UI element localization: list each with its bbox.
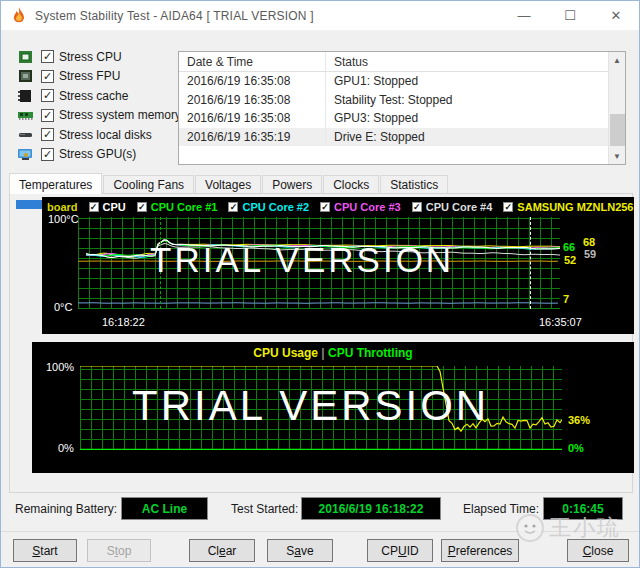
legend-core4-label: CPU Core #4 (426, 201, 493, 213)
log-cell-status: GPU1: Stopped (326, 72, 608, 91)
log-row[interactable]: 2016/6/19 16:35:08 Stability Test: Stopp… (179, 91, 608, 110)
stress-memory-label: Stress system memory (59, 108, 181, 122)
usage-axis-min: 0% (58, 442, 74, 454)
memory-icon (17, 108, 34, 122)
maximize-button[interactable]: ☐ (547, 1, 593, 30)
scroll-down-icon[interactable]: ▼ (609, 148, 625, 164)
temp-end-value-59: 59 (584, 248, 596, 260)
stress-option-disks[interactable]: ✓ Stress local disks (17, 125, 175, 145)
legend-ssd-checkbox[interactable]: ✓ (503, 202, 513, 212)
stress-memory-checkbox[interactable]: ✓ (41, 109, 54, 122)
temp-axis-max: 100°C (48, 213, 79, 225)
footer-divider (1, 531, 639, 532)
stress-option-memory[interactable]: ✓ Stress system memory (17, 106, 175, 126)
cpu-throttling-label: CPU Throttling (328, 346, 413, 360)
stress-cache-checkbox[interactable]: ✓ (41, 89, 54, 102)
log-row[interactable]: 2016/6/19 16:35:19 Drive E: Stopped (179, 128, 608, 147)
stress-disks-checkbox[interactable]: ✓ (41, 128, 54, 141)
save-button[interactable]: Save (267, 539, 333, 562)
log-col-status[interactable]: Status (326, 52, 608, 71)
preferences-button[interactable]: Preferences (441, 539, 519, 562)
legend-core3-checkbox[interactable]: ✓ (320, 202, 330, 212)
window-title: System Stability Test - AIDA64 [ TRIAL V… (35, 9, 314, 23)
log-row[interactable]: 2016/6/19 16:35:08 GPU3: Stopped (179, 109, 608, 128)
start-button[interactable]: Start (13, 539, 77, 562)
legend-cpu-checkbox[interactable]: ✓ (89, 202, 99, 212)
throttle-end-value: 0% (568, 442, 584, 454)
temp-axis-min: 0°C (54, 301, 72, 313)
temp-end-value-7: 7 (563, 293, 569, 305)
log-cell-status: Stability Test: Stopped (326, 91, 608, 110)
log-col-datetime[interactable]: Date & Time (179, 52, 326, 71)
fpu-icon (17, 69, 34, 83)
log-header-row: Date & Time Status (179, 52, 608, 72)
stress-cpu-checkbox[interactable]: ✓ (41, 50, 54, 63)
battery-label: Remaining Battery: (15, 502, 117, 516)
log-scrollbar[interactable]: ▲ ▼ (608, 52, 625, 164)
gpu-icon (17, 147, 34, 161)
stress-cpu-label: Stress CPU (59, 50, 122, 64)
temperatures-tab-page: board ✓CPU ✓CPU Core #1 ✓CPU Core #2 ✓CP… (9, 193, 633, 493)
stress-options-panel: ✓ Stress CPU ✓ Stress FPU ✓ Stress cache… (17, 47, 175, 164)
title-bar: System Stability Test - AIDA64 [ TRIAL V… (1, 1, 639, 30)
close-window-button[interactable]: ✕ (593, 1, 639, 30)
cpuid-button[interactable]: CPUID (367, 539, 433, 562)
test-started-display: 2016/6/19 16:18:22 (301, 497, 441, 520)
cpu-usage-label: CPU Usage (253, 346, 318, 360)
log-scrollbar-thumb[interactable] (610, 114, 625, 146)
clear-button[interactable]: Clear (189, 539, 255, 562)
cpu-usage-graph: CPU Usage | CPU Throttling 100% 0% TRIAL… (32, 342, 634, 473)
log-row[interactable]: 2016/6/19 16:35:08 GPU1: Stopped (179, 72, 608, 91)
stress-option-cpu[interactable]: ✓ Stress CPU (17, 47, 175, 67)
stress-gpu-label: Stress GPU(s) (59, 147, 136, 161)
log-cell-status: Drive E: Stopped (326, 128, 608, 147)
cache-icon (17, 89, 34, 103)
test-started-label: Test Started: (231, 502, 298, 516)
legend-core2-label: CPU Core #2 (242, 201, 309, 213)
log-cell-datetime: 2016/6/19 16:35:08 (179, 109, 326, 128)
usage-graph-title: CPU Usage | CPU Throttling (32, 346, 634, 360)
legend-motherboard-label: board (47, 201, 78, 213)
tab-statistics[interactable]: Statistics (380, 175, 448, 194)
temp-end-value-52: 52 (564, 254, 576, 266)
legend-scrollbar-thumb[interactable] (16, 200, 42, 209)
event-log-table: Date & Time Status 2016/6/19 16:35:08 GP… (178, 51, 626, 165)
log-cell-datetime: 2016/6/19 16:35:08 (179, 91, 326, 110)
disk-icon (17, 128, 34, 142)
log-cell-datetime: 2016/6/19 16:35:19 (179, 128, 326, 147)
temp-time-end: 16:35:07 (539, 316, 582, 328)
usage-end-value: 36% (568, 414, 590, 426)
aida64-stability-window: System Stability Test - AIDA64 [ TRIAL V… (0, 0, 640, 568)
legend-core2-checkbox[interactable]: ✓ (228, 202, 238, 212)
stress-fpu-checkbox[interactable]: ✓ (41, 70, 54, 83)
stress-gpu-checkbox[interactable]: ✓ (41, 148, 54, 161)
temperature-graph: board ✓CPU ✓CPU Core #1 ✓CPU Core #2 ✓CP… (42, 197, 634, 334)
temp-end-value-66: 66 (563, 241, 575, 253)
elapsed-time-display: 0:16:45 (543, 497, 623, 520)
tab-voltages[interactable]: Voltages (195, 175, 261, 194)
temp-legend: board ✓CPU ✓CPU Core #1 ✓CPU Core #2 ✓CP… (47, 200, 634, 214)
legend-core1-checkbox[interactable]: ✓ (137, 202, 147, 212)
stress-option-cache[interactable]: ✓ Stress cache (17, 86, 175, 106)
graph-tabs: Temperatures Cooling Fans Voltages Power… (9, 173, 449, 194)
stop-button[interactable]: Stop (87, 539, 151, 562)
battery-value-display: AC Line (121, 497, 208, 520)
scroll-up-icon[interactable]: ▲ (609, 52, 625, 68)
minimize-button[interactable]: — (501, 1, 547, 30)
trial-version-watermark: TRIAL VERSION (150, 240, 454, 280)
footer-buttons: Start Stop Clear Save CPUID Preferences … (1, 539, 639, 563)
tab-cooling-fans[interactable]: Cooling Fans (103, 175, 194, 194)
temp-end-value-68: 68 (583, 236, 595, 248)
legend-core4-checkbox[interactable]: ✓ (412, 202, 422, 212)
close-button[interactable]: Close (567, 539, 629, 562)
title-separator: | (321, 346, 324, 360)
temp-cursor-end[interactable] (530, 217, 531, 309)
log-cell-status: GPU3: Stopped (326, 109, 608, 128)
legend-core3-label: CPU Core #3 (334, 201, 401, 213)
usage-axis-max: 100% (46, 361, 74, 373)
tab-clocks[interactable]: Clocks (323, 175, 379, 194)
tab-temperatures[interactable]: Temperatures (9, 173, 102, 194)
stress-option-fpu[interactable]: ✓ Stress FPU (17, 67, 175, 87)
stress-option-gpu[interactable]: ✓ Stress GPU(s) (17, 145, 175, 165)
tab-powers[interactable]: Powers (262, 175, 322, 194)
